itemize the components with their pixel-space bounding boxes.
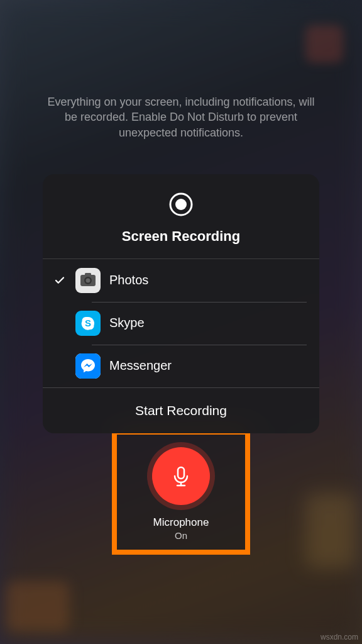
svg-rect-5: [85, 273, 91, 276]
app-item-label: Photos: [109, 273, 148, 287]
svg-point-4: [86, 278, 90, 282]
screen-recording-panel: Screen Recording Photos: [43, 174, 319, 433]
app-list: Photos S Skype: [43, 258, 319, 387]
record-icon: [168, 192, 194, 219]
app-item-label: Messenger: [109, 358, 172, 373]
messenger-icon: [75, 353, 101, 379]
skype-icon: S: [75, 311, 101, 336]
microphone-toggle[interactable]: Microphone On: [112, 430, 250, 555]
svg-rect-8: [178, 467, 184, 479]
microphone-status: On: [175, 530, 187, 541]
app-item-photos[interactable]: Photos: [43, 259, 319, 302]
svg-text:S: S: [85, 318, 91, 328]
panel-title: Screen Recording: [122, 228, 240, 245]
svg-point-1: [175, 199, 187, 210]
checkmark-icon: [53, 275, 67, 286]
photos-icon: [75, 268, 101, 293]
app-item-label: Skype: [109, 316, 145, 330]
watermark: wsxdn.com: [321, 633, 358, 641]
microphone-icon: [152, 447, 210, 505]
app-item-skype[interactable]: S Skype: [43, 302, 319, 345]
panel-header: Screen Recording: [43, 174, 319, 258]
info-text: Everything on your screen, including not…: [43, 94, 319, 140]
app-item-messenger[interactable]: Messenger: [43, 345, 319, 387]
microphone-label: Microphone: [153, 516, 209, 529]
start-recording-button[interactable]: Start Recording: [43, 387, 319, 433]
